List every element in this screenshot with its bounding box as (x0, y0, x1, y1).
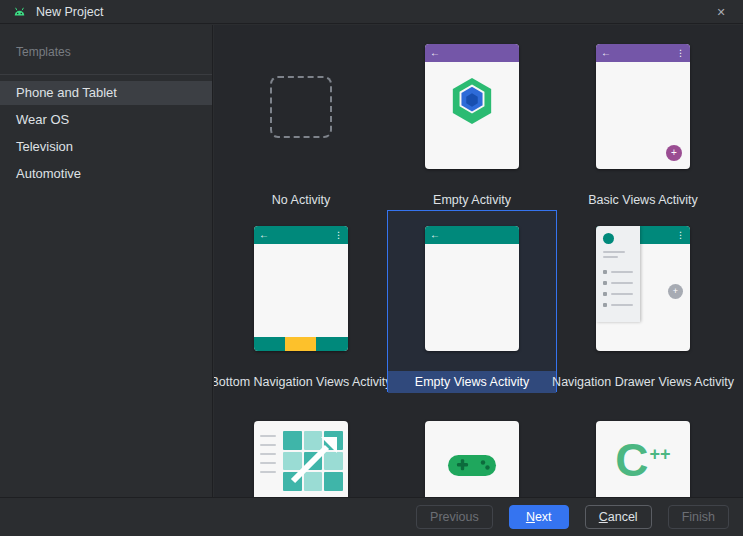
bottom-nav-bar (254, 337, 348, 351)
kebab-menu-icon: ⋮ (676, 231, 685, 240)
preview-appbar: ← (425, 226, 519, 244)
bottom-nav-selected-tab (285, 337, 316, 351)
empty-activity-preview: ← (425, 44, 519, 169)
dashed-placeholder-icon (270, 76, 332, 138)
sidebar-item-automotive[interactable]: Automotive (0, 162, 212, 186)
back-arrow-icon: ← (259, 230, 269, 240)
finish-button-label: Finish (682, 510, 715, 524)
template-empty-activity[interactable]: ← Empty Activity (387, 28, 557, 212)
android-logo-icon (12, 6, 27, 18)
back-arrow-icon: ← (430, 48, 440, 58)
next-button-label: Next (526, 510, 552, 524)
dialog-title: New Project (36, 5, 103, 19)
back-arrow-icon: ← (601, 48, 611, 58)
compose-logo-icon (425, 76, 519, 126)
fab-icon: + (668, 284, 683, 299)
plus-icon: + (673, 287, 678, 296)
close-icon[interactable]: ✕ (711, 0, 731, 24)
template-label: Bottom Navigation Views Activity (214, 371, 392, 393)
empty-views-preview: ← (425, 226, 519, 351)
sidebar-header: Templates (16, 45, 71, 59)
fab-icon: + (666, 145, 682, 161)
drawer-panel (596, 226, 640, 322)
template-responsive-views[interactable] (216, 405, 386, 497)
cpp-logo-icon: C++ (596, 437, 690, 483)
plus-icon: + (671, 148, 677, 158)
kebab-menu-icon: ⋮ (334, 231, 343, 240)
template-label: Navigation Drawer Views Activity (552, 371, 734, 393)
previous-button: Previous (416, 505, 493, 529)
back-arrow-icon: ← (430, 230, 440, 240)
template-navigation-drawer-views-activity[interactable]: ⋮ + Navigation Drawer Views Activity (558, 210, 728, 392)
template-gallery: No Activity ← Empty Activity ← ⋮ (214, 25, 743, 497)
gamepad-icon (425, 451, 519, 481)
template-bottom-navigation-views-activity[interactable]: ← ⋮ Bottom Navigation Views Activity (216, 210, 386, 392)
template-native-cpp[interactable]: C++ (558, 405, 728, 497)
sidebar-separator (0, 74, 212, 75)
cancel-button[interactable]: Cancel (585, 505, 652, 529)
drawer-avatar-icon (603, 233, 614, 244)
cpp-logo-plusplus: ++ (650, 444, 671, 464)
template-label: Basic Views Activity (588, 189, 698, 211)
cpp-preview: C++ (596, 421, 690, 497)
dialog-titlebar: New Project ✕ (0, 0, 743, 24)
sidebar-item-phone-and-tablet[interactable]: Phone and Tablet (0, 81, 212, 105)
cpp-logo-c: C (615, 434, 648, 486)
cancel-button-label: Cancel (599, 510, 638, 524)
template-no-activity[interactable]: No Activity (216, 28, 386, 212)
responsive-preview (254, 421, 348, 497)
template-basic-views-activity[interactable]: ← ⋮ + Basic Views Activity (558, 28, 728, 212)
bottom-nav-preview: ← ⋮ (254, 226, 348, 351)
sidebar-item-list: Phone and Tablet Wear OS Television Auto… (0, 81, 212, 189)
template-label-selected: Empty Views Activity (388, 371, 556, 393)
previous-button-label: Previous (430, 510, 479, 524)
footer-button-bar: Previous Next Cancel Finish (416, 505, 729, 529)
game-preview (425, 421, 519, 497)
finish-button: Finish (668, 505, 729, 529)
list-lines (260, 435, 276, 473)
next-button[interactable]: Next (509, 505, 569, 529)
kebab-menu-icon: ⋮ (676, 49, 685, 58)
templates-sidebar: Templates Phone and Tablet Wear OS Telev… (0, 25, 213, 497)
basic-views-preview: ← ⋮ + (596, 44, 690, 169)
sidebar-item-wear-os[interactable]: Wear OS (0, 108, 212, 132)
template-empty-views-activity[interactable]: ← Empty Views Activity (387, 210, 557, 392)
template-label: No Activity (272, 189, 330, 211)
sidebar-item-television[interactable]: Television (0, 135, 212, 159)
template-game-activity[interactable] (387, 405, 557, 497)
preview-appbar: ← (425, 44, 519, 62)
nav-drawer-preview: ⋮ + (596, 226, 690, 351)
no-activity-preview (254, 44, 348, 169)
preview-appbar: ← ⋮ (596, 44, 690, 62)
dialog-footer: Previous Next Cancel Finish (0, 497, 743, 536)
trend-arrow-icon (283, 431, 343, 491)
template-label: Empty Activity (433, 189, 511, 211)
preview-appbar: ← ⋮ (254, 226, 348, 244)
